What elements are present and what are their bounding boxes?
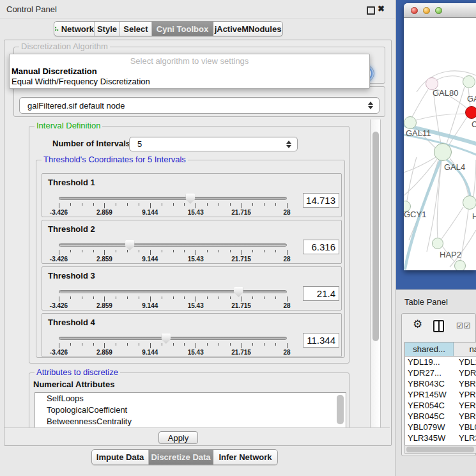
tab-cyni-toolbox[interactable]: Cyni Toolbox	[152, 22, 213, 36]
slider-scale-label: -3.426	[50, 209, 68, 216]
slider-tick	[196, 296, 196, 302]
network-node[interactable]	[465, 106, 476, 119]
tab-impute-data[interactable]: Impute Data	[92, 450, 149, 464]
slider-tick	[173, 250, 174, 252]
slider-thumb[interactable]	[161, 334, 171, 344]
network-node[interactable]	[432, 238, 443, 249]
threshold-1-slider[interactable]	[59, 197, 287, 200]
network-node-label: GCY1	[404, 210, 426, 219]
table-row[interactable]: YBL079WYBL0	[405, 422, 476, 433]
slider-ruler	[59, 250, 287, 256]
table-horizontal-scrollbar[interactable]	[404, 445, 476, 454]
network-node-label: GAL11	[406, 128, 431, 138]
number-of-intervals-combobox[interactable]: 5	[129, 137, 298, 151]
combo-stepper-icon[interactable]	[286, 141, 291, 148]
slider-ruler	[59, 343, 287, 349]
list-scrollbar[interactable]	[337, 395, 344, 424]
slider-scale-label: -3.426	[50, 349, 68, 356]
close-traffic-button[interactable]	[411, 7, 418, 14]
slider-scale-label: 15.43	[188, 209, 204, 216]
slider-scale-label: 21.715	[231, 349, 251, 356]
slider-thumb[interactable]	[234, 287, 243, 297]
scrollbar-thumb[interactable]	[406, 447, 474, 452]
threshold-4-value-field[interactable]: 11.344	[303, 333, 339, 348]
divider	[4, 427, 390, 428]
threshold-3-slider[interactable]	[59, 290, 287, 293]
float-window-icon[interactable]	[367, 6, 375, 15]
tab-jactivemnodules[interactable]: jActiveMNodules	[213, 22, 282, 36]
network-node[interactable]	[454, 260, 466, 270]
algorithm-option-manual[interactable]: Manual Discretization	[12, 66, 367, 76]
network-node[interactable]	[434, 143, 452, 161]
scrollbar-thumb[interactable]	[372, 132, 379, 341]
slider-thumb[interactable]	[125, 240, 135, 250]
number-of-intervals-label: Number of Intervals	[52, 139, 130, 148]
slider-tick	[230, 203, 231, 206]
threshold-3-value-field[interactable]: 21.4	[303, 286, 339, 301]
column-header-shared-name[interactable]: shared...	[405, 342, 454, 356]
apply-button[interactable]: Apply	[158, 431, 198, 444]
network-node[interactable]	[404, 116, 417, 129]
slider-tick	[162, 203, 162, 206]
slider-tick	[219, 296, 219, 299]
threshold-4-slider[interactable]	[59, 337, 287, 340]
network-canvas[interactable]: GAL80GACGAL11GAL4GCY1HHAP2	[404, 18, 476, 270]
discretization-algorithm-group-title: Discretization Algorithm	[19, 42, 110, 51]
algorithm-option-equal-width[interactable]: Equal Width/Frequency Discretization	[12, 77, 367, 86]
split-table-icon[interactable]	[433, 320, 444, 332]
threshold-2-value-field[interactable]: 6.316	[303, 240, 339, 254]
zoom-traffic-button[interactable]	[435, 7, 442, 14]
slider-tick	[70, 203, 71, 206]
slider-tick	[104, 203, 105, 208]
network-node[interactable]	[463, 75, 475, 88]
list-item[interactable]: TopologicalCoefficient	[35, 404, 346, 416]
slider-tick	[104, 343, 105, 348]
network-window-titlebar[interactable]	[404, 3, 476, 18]
table-row[interactable]: YPR145WYPR1	[405, 389, 476, 400]
slider-tick	[184, 296, 185, 299]
numerical-attributes-list[interactable]: SelfLoops TopologicalCoefficient Between…	[35, 392, 346, 427]
network-node[interactable]	[463, 196, 476, 210]
close-icon[interactable]: ✖	[378, 4, 385, 13]
threshold-1-value-field[interactable]: 14.713	[303, 193, 339, 208]
slider-scale-label: 28	[283, 256, 290, 263]
table-row[interactable]: YER054CYER0	[405, 400, 476, 411]
attributes-group: Attributes to discretize Numerical Attri…	[29, 372, 349, 427]
slider-tick	[127, 203, 128, 206]
settings-vertical-scrollbar[interactable]	[370, 119, 381, 427]
slider-thumb[interactable]	[185, 194, 195, 204]
list-item[interactable]: SelfLoops	[35, 393, 346, 404]
slider-tick	[173, 343, 174, 346]
slider-tick	[59, 250, 59, 255]
tab-network[interactable]: Network	[54, 22, 95, 36]
table-row[interactable]: YDL19...YDL1	[405, 357, 476, 367]
tab-style[interactable]: Style	[95, 22, 120, 36]
table-panel-titlebar: Table Panel	[396, 289, 476, 314]
threshold-2-slider[interactable]	[59, 243, 287, 247]
select-columns-icon[interactable]: ☑☑	[456, 321, 472, 330]
table-row[interactable]: YBR043CYBR0	[405, 378, 476, 389]
gear-icon[interactable]: ⚙	[413, 319, 422, 330]
column-header-name[interactable]: na	[454, 342, 476, 356]
tab-discretize-data[interactable]: Discretize Data	[149, 450, 213, 464]
network-node-label: GA	[467, 94, 476, 104]
table-row[interactable]: YDR27...YDR2	[405, 367, 476, 378]
slider-tick	[127, 296, 128, 299]
tab-select[interactable]: Select	[120, 22, 152, 36]
slider-tick	[242, 343, 242, 348]
slider-scale-label: 28	[283, 302, 290, 309]
slider-tick	[70, 343, 71, 346]
slider-tick	[104, 296, 105, 302]
table-row[interactable]: YLR345WYLR3	[405, 433, 476, 443]
table-row[interactable]: YBR045CYBR0	[405, 411, 476, 422]
list-item[interactable]: BetweennessCentrality	[35, 416, 346, 427]
tab-infer-network[interactable]: Infer Network	[213, 450, 277, 464]
combo-stepper-icon[interactable]	[368, 102, 373, 109]
minimize-traffic-button[interactable]	[423, 7, 430, 14]
slider-scale-label: 28	[283, 349, 290, 356]
table-data-combobox[interactable]: galFiltered.sif default node	[19, 97, 380, 114]
slider-tick	[173, 203, 174, 206]
slider-tick	[264, 203, 265, 206]
slider-tick	[162, 343, 162, 346]
slider-tick	[162, 296, 162, 299]
